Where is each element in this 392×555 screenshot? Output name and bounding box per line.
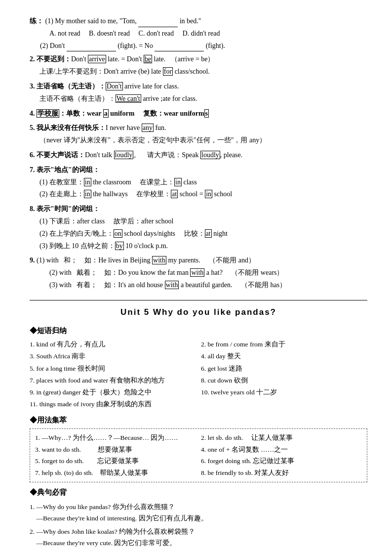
phrase-8: 8. cut down 砍倒 [201,375,367,386]
q2: (2) Don't (fight). = No (fight). [30,40,367,52]
in-box-2: in [174,178,182,186]
practice-label: 练： (1) My mother said to me, "Tom, in be… [30,15,367,27]
usage-3: 3. want to do sth. 想要做某事 [35,444,196,456]
section-divider [30,300,367,300]
phrase-11: 11. things made of ivory 由象牙制成的东西 [30,399,196,410]
practice-section: 练： (1) My mother said to me, "Tom, in be… [30,15,367,51]
arrive-box-1: arrive [88,55,106,63]
be-box: be [144,55,152,63]
phrases-grid: 1. kind of 有几分，有点儿 2. be from / come fro… [30,339,367,410]
point-8: 8. 表示"时间"的词组： (1) 下课后：after class 故学后：af… [30,203,367,252]
unit-title: Unit 5 Why do you like pandas? [30,305,367,320]
with-box-3: with [165,281,179,289]
s-box: s [204,109,209,118]
usage-row-2: 3. want to do sth. 想要做某事 4. one of + 名词复… [35,444,362,456]
usage-row-3: 5. forget to do sth. 忘记要做某事 6. forget do… [35,455,362,467]
usage-2: 2. let sb. do sth. 让某人做某事 [201,432,362,444]
by-box: by [115,242,124,250]
phrase-10: 10. twelve years old 十二岁 [201,387,367,398]
point-9: 9. (1) with 和； 如：He lives in Beijing wit… [30,255,367,291]
point-6: 6. 不要大声说话：Don't talk loudly。 请大声说：Speak … [30,149,367,161]
usage-row-1: 1. —Why…? 为什么……？—Because… 因为…… 2. let sb… [35,432,362,444]
at-box-2: at [205,229,212,238]
blank-2 [67,43,116,51]
usage-5: 5. forget to do sth. 忘记要做某事 [35,455,196,467]
phrase-4: 4. all day 整天 [201,351,367,362]
blank-3 [155,43,204,51]
q1-options: A. not read B. doesn't read C. don't rea… [30,28,367,40]
point-3: 3. 主语省略（无主语）：Don't arrive late for class… [30,81,367,105]
with-box-2: with [190,268,204,277]
loudly-box-1: loudly [114,151,134,159]
practice-title: 练： [30,17,43,25]
usage-1: 1. —Why…? 为什么……？—Because… 因为…… [35,432,196,444]
typical-2: 2. —Why does John like koalas? 约翰为什么喜欢树袋… [30,526,367,549]
dont-box-1: Don't [106,82,123,90]
any-box: any [142,124,154,132]
phrase-2: 2. be from / come from 来自于 [201,339,367,350]
in-box-4: in [205,190,212,198]
phrase-12-empty [201,399,367,410]
point-4: 4. 学校服：单数：wear a uniform 复数：wear uniform… [30,108,367,120]
uniform-cn-box: 学校服 [37,109,59,118]
phrase-5: 5. for a long time 很长时间 [30,363,196,374]
point-7: 7. 表示"地点"的词组： (1) 在教室里：in the classroom … [30,164,367,200]
phrase-3: 3. South Africa 南非 [30,351,196,362]
in-box-1: in [84,178,91,186]
loudly-box-2: loudly [200,151,220,159]
phrase-9: 9. in (great) danger 处于（极大）危险之中 [30,387,196,398]
in-box-3: in [84,190,91,198]
point-2: 2. 不要迟到：Don't arrive late. = Don't be la… [30,53,367,78]
at-box-1: at [171,190,178,198]
usage-4: 4. one of + 名词复数 ……之一 [201,444,362,456]
usage-6: 6. forget doing sth. 忘记做过某事 [201,455,362,467]
usage-8: 8. be friendly to sb. 对某人友好 [201,467,362,479]
point-5: 5. 我从来没有任何快乐：I never have any fun. （neve… [30,122,367,146]
on-box-1: on [114,229,122,238]
phrase-6: 6. get lost 迷路 [201,363,367,374]
with-box-1: with [152,256,166,264]
typical-section: 1. —Why do you like pandas? 你为什么喜欢熊猫？ —B… [30,502,367,549]
phrase-1: 1. kind of 有几分，有点儿 [30,339,196,350]
wecant-box: We can't [116,94,141,103]
typical-header: ◆典句必背 [30,486,367,499]
usage-header: ◆用法集萃 [30,414,367,427]
usage-row-4: 7. help sb. (to) do sth. 帮助某人做某事 8. be f… [35,467,362,479]
usage-7: 7. help sb. (to) do sth. 帮助某人做某事 [35,467,196,479]
a-box: a [103,109,109,118]
blank-1 [138,19,178,27]
for-box-1: for [163,67,173,76]
usage-table: 1. —Why…? 为什么……？—Because… 因为…… 2. let sb… [30,428,367,482]
phrase-7: 7. places with food and water 有食物和水的地方 [30,375,196,386]
phrases-header: ◆短语归纳 [30,325,367,338]
typical-1: 1. —Why do you like pandas? 你为什么喜欢熊猫？ —B… [30,502,367,524]
